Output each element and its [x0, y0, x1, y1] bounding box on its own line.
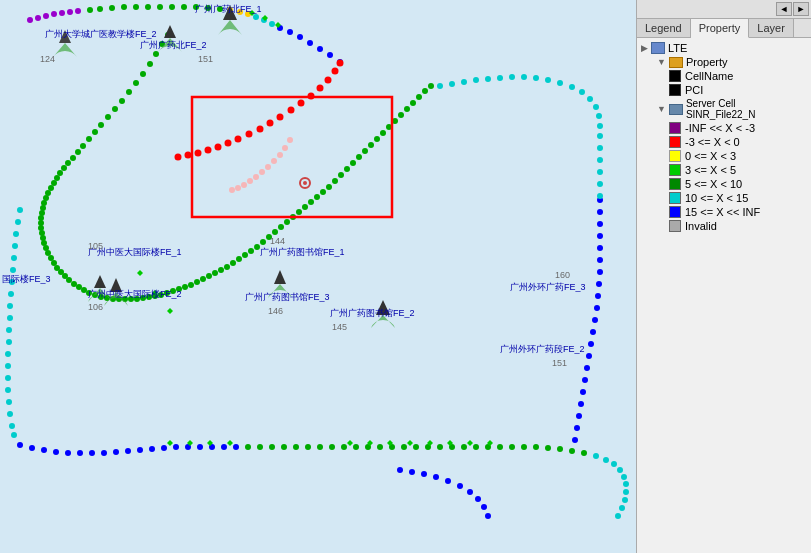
svg-point-90 [461, 444, 467, 450]
svg-point-93 [497, 444, 503, 450]
svg-point-231 [308, 199, 314, 205]
map-svg: 广州大学城广医教学楼FE_2 广州广药北FE_1 广州广药北FE_2 151 1… [0, 0, 636, 553]
range7-label: 15 <= X << INF [685, 206, 760, 218]
svg-point-221 [248, 248, 254, 254]
svg-point-2 [35, 15, 41, 21]
range8-item: Invalid [669, 220, 807, 232]
svg-text:144: 144 [270, 236, 285, 246]
lte-icon [651, 42, 665, 54]
svg-point-217 [224, 264, 230, 270]
svg-point-105 [621, 474, 627, 480]
svg-point-238 [350, 160, 356, 166]
svg-point-50 [7, 411, 13, 417]
svg-point-171 [48, 185, 54, 191]
svg-point-215 [212, 270, 218, 276]
svg-point-73 [257, 444, 263, 450]
svg-point-280 [521, 74, 527, 80]
svg-point-44 [6, 339, 12, 345]
svg-point-49 [6, 399, 12, 405]
svg-point-126 [298, 100, 305, 107]
svg-point-229 [296, 209, 302, 215]
range6-item: 10 <= X < 15 [669, 192, 807, 204]
svg-point-273 [437, 83, 443, 89]
svg-point-185 [48, 255, 54, 261]
svg-point-261 [594, 305, 600, 311]
svg-point-226 [278, 224, 284, 230]
svg-point-246 [398, 112, 404, 118]
range3-item: 0 <= X < 3 [669, 150, 807, 162]
svg-point-56 [53, 449, 59, 455]
nav-arrow-right[interactable]: ► [793, 2, 809, 16]
svg-point-77 [305, 444, 311, 450]
svg-point-234 [326, 184, 332, 190]
svg-point-190 [66, 277, 72, 283]
svg-point-107 [623, 489, 629, 495]
svg-point-124 [317, 85, 324, 92]
svg-point-38 [10, 267, 16, 273]
range5-label: 5 <= X < 10 [685, 178, 742, 190]
svg-point-156 [126, 89, 132, 95]
svg-point-1 [27, 17, 33, 23]
svg-point-295 [597, 193, 603, 199]
svg-point-141 [277, 152, 283, 158]
svg-text:广州外环广药FE_3: 广州外环广药FE_3 [510, 282, 586, 292]
svg-point-116 [457, 483, 463, 489]
svg-point-61 [113, 449, 119, 455]
svg-point-76 [293, 444, 299, 450]
svg-point-253 [597, 209, 603, 215]
range2-item: -3 <= X < 0 [669, 136, 807, 148]
svg-point-34 [15, 219, 21, 225]
pci-item: PCI [669, 84, 807, 96]
svg-point-10 [109, 5, 115, 11]
svg-point-265 [586, 353, 592, 359]
svg-point-109 [619, 505, 625, 511]
svg-point-120 [485, 513, 491, 519]
svg-point-66 [173, 444, 179, 450]
svg-point-167 [61, 165, 67, 171]
svg-point-263 [590, 329, 596, 335]
svg-point-140 [282, 145, 288, 151]
svg-point-53 [17, 442, 23, 448]
svg-point-186 [51, 260, 57, 266]
svg-point-212 [194, 279, 200, 285]
svg-point-257 [597, 257, 603, 263]
svg-text:国际楼FE_3: 国际楼FE_3 [2, 274, 51, 284]
svg-point-163 [80, 143, 86, 149]
svg-point-36 [12, 243, 18, 249]
svg-point-102 [603, 457, 609, 463]
svg-text:广州中医大国际楼FE_2: 广州中医大国际楼FE_2 [88, 289, 182, 299]
svg-point-97 [545, 445, 551, 451]
svg-point-96 [533, 444, 539, 450]
tab-legend[interactable]: Legend [637, 19, 691, 37]
svg-point-104 [617, 467, 623, 473]
svg-point-260 [595, 293, 601, 299]
svg-point-232 [314, 194, 320, 200]
tab-layer[interactable]: Layer [749, 19, 794, 37]
svg-point-65 [161, 445, 167, 451]
svg-point-148 [235, 185, 241, 191]
svg-point-210 [182, 284, 188, 290]
svg-point-80 [341, 444, 347, 450]
svg-point-78 [317, 444, 323, 450]
svg-point-134 [215, 144, 222, 151]
svg-point-270 [576, 413, 582, 419]
svg-point-13 [145, 4, 151, 10]
svg-point-27 [287, 29, 293, 35]
svg-point-58 [77, 450, 83, 456]
svg-point-137 [185, 152, 192, 159]
svg-point-70 [221, 444, 227, 450]
map-area[interactable]: 广州大学城广医教学楼FE_2 广州广药北FE_1 广州广药北FE_2 151 1… [0, 0, 636, 553]
svg-point-75 [281, 444, 287, 450]
tab-property[interactable]: Property [691, 19, 750, 38]
svg-point-98 [557, 446, 563, 452]
pci-label: PCI [685, 84, 703, 96]
nav-arrow-left[interactable]: ◄ [776, 2, 792, 16]
svg-point-129 [267, 120, 274, 127]
svg-point-255 [597, 233, 603, 239]
svg-point-31 [327, 52, 333, 58]
svg-point-250 [422, 88, 428, 94]
svg-point-12 [133, 4, 139, 10]
svg-point-149 [229, 187, 235, 193]
svg-point-147 [241, 182, 247, 188]
svg-point-240 [362, 148, 368, 154]
